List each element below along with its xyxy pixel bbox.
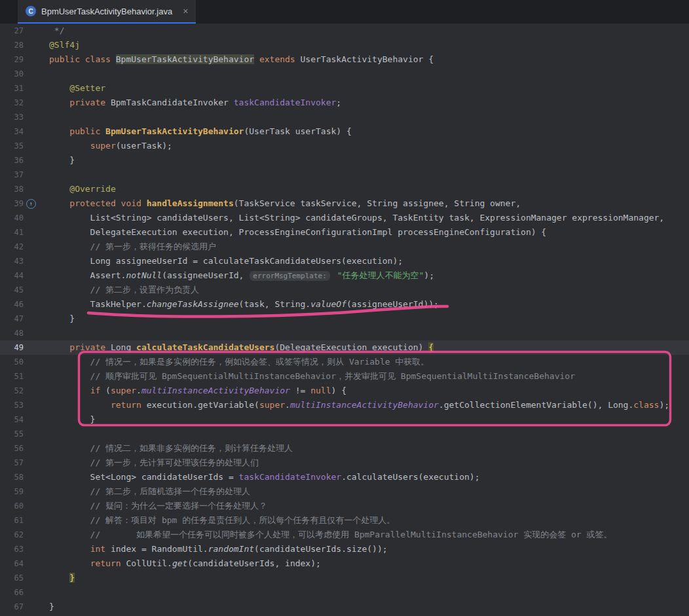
- code-row[interactable]: 62 // 如果希望一个任务可以同时被多个人处理，可以考虑使用 BpmParal…: [0, 528, 689, 542]
- code-row[interactable]: 57 // 第一步，先计算可处理该任务的处理人们: [0, 456, 689, 470]
- code-row[interactable]: 63 int index = RandomUtil.randomInt(cand…: [0, 542, 689, 556]
- line-number[interactable]: 47: [0, 312, 24, 326]
- code-line[interactable]: Long assigneeUserId = calculateTaskCandi…: [37, 254, 689, 268]
- line-number[interactable]: 55: [0, 427, 24, 441]
- code-line[interactable]: protected void handleAssignments(TaskSer…: [37, 196, 689, 211]
- line-number[interactable]: 38: [0, 182, 24, 196]
- line-number[interactable]: 64: [0, 556, 24, 571]
- line-number[interactable]: 60: [0, 499, 24, 513]
- line-number[interactable]: 52: [0, 384, 24, 398]
- line-number[interactable]: 28: [0, 38, 24, 52]
- line-number[interactable]: 43: [0, 254, 24, 268]
- code-line[interactable]: // 第一步，获得任务的候选用户: [37, 240, 689, 254]
- code-row[interactable]: 61 // 解答：项目对 bpm 的任务是责任到人，所以每个任务有且仅有一个处理…: [0, 513, 689, 528]
- code-row[interactable]: 65 }: [0, 571, 689, 585]
- code-row[interactable]: 47 }: [0, 312, 689, 326]
- line-number[interactable]: 59: [0, 484, 24, 499]
- code-line[interactable]: [37, 67, 689, 81]
- code-line[interactable]: // 解答：项目对 bpm 的任务是责任到人，所以每个任务有且仅有一个处理人。: [37, 513, 689, 528]
- code-line[interactable]: Set<Long> candidateUserIds = taskCandida…: [37, 470, 689, 484]
- line-number[interactable]: 48: [0, 326, 24, 340]
- line-number[interactable]: 35: [0, 139, 24, 153]
- line-number[interactable]: 63: [0, 542, 24, 556]
- code-row[interactable]: 54 }: [0, 412, 689, 427]
- line-number[interactable]: 56: [0, 441, 24, 456]
- code-line[interactable]: public class BpmUserTaskActivityBehavior…: [37, 52, 689, 67]
- code-row[interactable]: 49 private Long calculateTaskCandidateUs…: [0, 340, 689, 355]
- line-number[interactable]: 65: [0, 571, 24, 585]
- code-row[interactable]: 50 // 情况一，如果是多实例的任务，例如说会签、或签等情况，则从 Varia…: [0, 355, 689, 369]
- line-number[interactable]: 50: [0, 355, 24, 369]
- line-number[interactable]: 44: [0, 268, 24, 283]
- code-row[interactable]: 34 public BpmUserTaskActivityBehavior(Us…: [0, 124, 689, 139]
- line-number[interactable]: 51: [0, 369, 24, 384]
- line-number[interactable]: 27: [0, 24, 24, 38]
- line-number[interactable]: 31: [0, 81, 24, 96]
- code-row[interactable]: 29public class BpmUserTaskActivityBehavi…: [0, 52, 689, 67]
- code-row[interactable]: 40 List<String> candidateUsers, List<Str…: [0, 211, 689, 225]
- code-line[interactable]: @Setter: [37, 81, 689, 96]
- code-line[interactable]: TaskHelper.changeTaskAssignee(task, Stri…: [37, 297, 689, 312]
- code-line[interactable]: }: [37, 312, 689, 326]
- line-number[interactable]: 36: [0, 153, 24, 168]
- code-row[interactable]: 52 if (super.multiInstanceActivityBehavi…: [0, 384, 689, 398]
- code-row[interactable]: 30: [0, 67, 689, 81]
- code-line[interactable]: // 顺序审批可见 BpmSequentialMultiInstanceBeha…: [37, 369, 689, 384]
- line-number[interactable]: 67: [0, 600, 24, 614]
- code-line[interactable]: if (super.multiInstanceActivityBehavior …: [37, 384, 689, 398]
- code-line[interactable]: Assert.notNull(assigneeUserId, errorMsgT…: [37, 268, 689, 283]
- code-row[interactable]: 46 TaskHelper.changeTaskAssignee(task, S…: [0, 297, 689, 312]
- line-number[interactable]: 40: [0, 211, 24, 225]
- code-line[interactable]: }: [37, 412, 689, 427]
- code-row[interactable]: 48: [0, 326, 689, 340]
- code-row[interactable]: 31 @Setter: [0, 81, 689, 96]
- code-row[interactable]: 51 // 顺序审批可见 BpmSequentialMultiInstanceB…: [0, 369, 689, 384]
- line-number[interactable]: 33: [0, 110, 24, 124]
- override-method-icon[interactable]: ↑: [24, 196, 37, 211]
- code-line[interactable]: return CollUtil.get(candidateUserIds, in…: [37, 556, 689, 571]
- code-line[interactable]: [37, 326, 689, 340]
- code-line[interactable]: private BpmTaskCandidateInvoker taskCand…: [37, 96, 689, 110]
- code-row[interactable]: 67}: [0, 600, 689, 614]
- editor[interactable]: 27 */28@Slf4j29public class BpmUserTaskA…: [0, 24, 689, 616]
- code-line[interactable]: // 第二步，设置作为负责人: [37, 283, 689, 297]
- code-row[interactable]: 41 DelegateExecution execution, ProcessE…: [0, 225, 689, 240]
- code-row[interactable]: 32 private BpmTaskCandidateInvoker taskC…: [0, 96, 689, 110]
- line-number[interactable]: 62: [0, 528, 24, 542]
- code-row[interactable]: 27 */: [0, 24, 689, 38]
- code-row[interactable]: 44 Assert.notNull(assigneeUserId, errorM…: [0, 268, 689, 283]
- line-number[interactable]: 32: [0, 96, 24, 110]
- line-number[interactable]: 57: [0, 456, 24, 470]
- code-line[interactable]: // 情况二，如果非多实例的任务，则计算任务处理人: [37, 441, 689, 456]
- code-line[interactable]: List<String> candidateUsers, List<String…: [37, 211, 689, 225]
- line-number[interactable]: 39: [0, 196, 24, 211]
- code-row[interactable]: 64 return CollUtil.get(candidateUserIds,…: [0, 556, 689, 571]
- code-row[interactable]: 37: [0, 168, 689, 182]
- code-line[interactable]: // 疑问：为什么一定要选择一个任务处理人？: [37, 499, 689, 513]
- code-row[interactable]: 60 // 疑问：为什么一定要选择一个任务处理人？: [0, 499, 689, 513]
- tab-close-icon[interactable]: ×: [183, 7, 188, 16]
- code-row[interactable]: 56 // 情况二，如果非多实例的任务，则计算任务处理人: [0, 441, 689, 456]
- code-line[interactable]: */: [37, 24, 689, 38]
- line-number[interactable]: 66: [0, 585, 24, 600]
- code-line[interactable]: return execution.getVariable(super.multi…: [37, 398, 689, 412]
- code-line[interactable]: // 如果希望一个任务可以同时被多个人处理，可以考虑使用 BpmParallel…: [37, 528, 689, 542]
- line-number[interactable]: 30: [0, 67, 24, 81]
- line-number[interactable]: 41: [0, 225, 24, 240]
- code-line[interactable]: [37, 585, 689, 600]
- code-row[interactable]: 55: [0, 427, 689, 441]
- line-number[interactable]: 45: [0, 283, 24, 297]
- line-number[interactable]: 34: [0, 124, 24, 139]
- code-row[interactable]: 58 Set<Long> candidateUserIds = taskCand…: [0, 470, 689, 484]
- code-row[interactable]: 33: [0, 110, 689, 124]
- code-line[interactable]: [37, 110, 689, 124]
- code-line[interactable]: }: [37, 571, 689, 585]
- code-line[interactable]: // 情况一，如果是多实例的任务，例如说会签、或签等情况，则从 Variable…: [37, 355, 689, 369]
- code-line[interactable]: int index = RandomUtil.randomInt(candida…: [37, 542, 689, 556]
- code-line[interactable]: // 第二步，后随机选择一个任务的处理人: [37, 484, 689, 499]
- line-number[interactable]: 29: [0, 52, 24, 67]
- code-line[interactable]: [37, 427, 689, 441]
- code-line[interactable]: @Override: [37, 182, 689, 196]
- code-row[interactable]: 35 super(userTask);: [0, 139, 689, 153]
- line-number[interactable]: 49: [0, 340, 24, 355]
